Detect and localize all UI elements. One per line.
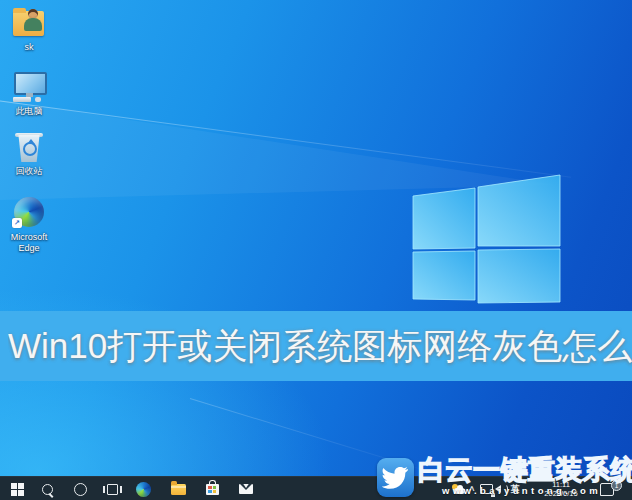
search-icon: [42, 484, 53, 495]
chevron-up-icon: ∧: [468, 485, 476, 493]
task-view-button[interactable]: [99, 477, 125, 500]
recycle-bin-icon: [11, 130, 47, 164]
edge-icon: [136, 482, 151, 497]
desktop-icon-microsoft-edge[interactable]: ↗ Microsoft Edge: [0, 196, 58, 254]
windows-start-icon: [11, 483, 24, 496]
store-icon: [206, 484, 219, 495]
mail-button[interactable]: [233, 477, 259, 500]
mail-icon: [239, 484, 253, 494]
windows-desktop: sk 此电脑 回收站 ↗ Microsoft Edge Win10打开或关闭系统…: [0, 0, 632, 500]
desktop-icon-recycle-bin[interactable]: 回收站: [0, 130, 58, 177]
watermark-brand-text: 白云一键重装系统: [418, 454, 632, 486]
desktop-icon-label: Microsoft Edge: [0, 232, 58, 254]
file-explorer-button[interactable]: [165, 477, 191, 500]
start-button[interactable]: [4, 477, 30, 500]
desktop-icon-this-pc[interactable]: 此电脑: [0, 70, 58, 117]
watermark-bird-logo: [377, 458, 414, 497]
file-explorer-icon: [171, 484, 186, 495]
microsoft-store-button[interactable]: [199, 477, 225, 500]
this-pc-icon: [11, 70, 47, 104]
edge-icon: ↗: [11, 196, 47, 230]
banner-title-text: Win10打开或关闭系统图标网络灰色怎么办: [8, 311, 632, 381]
user-folder-icon: [11, 6, 47, 40]
taskbar-search-button[interactable]: [34, 477, 60, 500]
twitter-bird-icon: [382, 465, 409, 489]
cortana-button[interactable]: [67, 477, 93, 500]
windows-logo-icon: [408, 172, 564, 306]
desktop-icon-label: 此电脑: [0, 106, 58, 117]
desktop-icon-label: sk: [0, 42, 58, 53]
desktop-icon-label: 回收站: [0, 166, 58, 177]
clock-date: 2022/6/16: [544, 489, 577, 498]
taskbar-edge-button[interactable]: [130, 477, 156, 500]
cortana-icon: [74, 483, 87, 496]
title-banner: Win10打开或关闭系统图标网络灰色怎么办: [0, 311, 632, 381]
shortcut-arrow-icon: ↗: [12, 218, 22, 228]
desktop-icon-user-folder[interactable]: sk: [0, 6, 58, 53]
task-view-icon: [107, 484, 118, 495]
